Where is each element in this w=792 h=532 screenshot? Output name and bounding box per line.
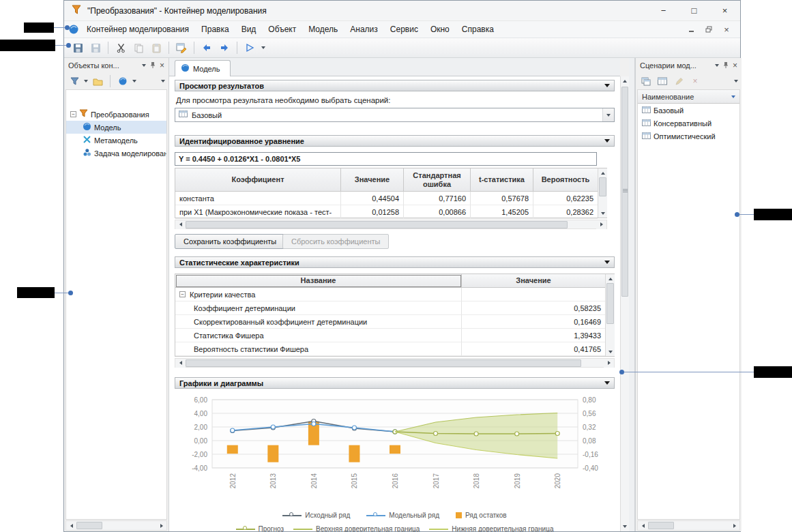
table-row[interactable]: Вероятность статистики Фишера 0,41765 (175, 342, 605, 356)
col-t-stat[interactable]: t-статистика (471, 168, 533, 192)
back-button[interactable] (199, 40, 215, 56)
scroll-thumb[interactable] (186, 221, 568, 228)
stats-table-hscrollbar[interactable] (175, 358, 615, 368)
scroll-up-icon[interactable] (621, 76, 629, 85)
tree-item-modeling-task[interactable]: Задача моделирован (66, 147, 166, 160)
copy-scenario-icon[interactable] (639, 74, 653, 88)
equation-table-hscrollbar[interactable] (175, 220, 607, 229)
col-probability[interactable]: Вероятность (533, 168, 598, 192)
collapse-section-icon[interactable] (604, 261, 610, 264)
pin-icon[interactable] (149, 61, 156, 70)
scroll-thumb[interactable] (599, 177, 606, 196)
filter-dropdown-icon[interactable] (84, 80, 88, 83)
col-coefficient[interactable]: Коэффициент (175, 168, 341, 192)
table-row[interactable]: Коэффициент детерминации 0,58235 (175, 301, 605, 315)
objects-panel-hscrollbar[interactable] (65, 520, 167, 531)
mdi-restore-icon[interactable] (702, 24, 716, 35)
reset-coefficients-button[interactable]: Сбросить коэффициенты (282, 234, 389, 249)
collapse-section-icon[interactable] (604, 84, 610, 87)
scenario-item-base[interactable]: Базовый (638, 104, 739, 117)
scroll-left-icon[interactable] (66, 521, 76, 530)
tree-item-metamodel[interactable]: Метамодель (66, 134, 166, 147)
pin-icon[interactable] (722, 61, 729, 70)
col-std-error[interactable]: Стандартная ошибка (404, 168, 471, 192)
menu-view[interactable]: Вид (235, 25, 263, 34)
scroll-left-icon[interactable] (175, 220, 186, 229)
scenarios-column-header[interactable]: Наименование (638, 90, 739, 104)
content-vscrollbar[interactable] (620, 76, 629, 531)
run-button[interactable] (241, 40, 258, 56)
save-coefficients-button[interactable]: Сохранить коэффициенты (175, 234, 285, 249)
section-results-header[interactable]: Просмотр результатов (175, 80, 615, 91)
menu-model[interactable]: Модель (302, 25, 344, 34)
panel-close-icon[interactable]: × (733, 61, 737, 70)
scenario-table-icon[interactable] (656, 74, 669, 88)
combobox-dropdown-icon[interactable] (602, 108, 614, 121)
scroll-right-icon[interactable] (729, 521, 739, 530)
scroll-thumb[interactable] (76, 522, 102, 529)
run-dropdown-icon[interactable] (259, 40, 267, 56)
section-stats-header[interactable]: Статистические характеристики (175, 256, 615, 268)
tree-root-transformations[interactable]: − Преобразования (66, 108, 166, 121)
menu-service[interactable]: Сервис (384, 25, 424, 34)
menu-window[interactable]: Окно (424, 25, 456, 34)
menu-container[interactable]: Контейнер моделирования (80, 25, 195, 34)
column-filter-icon[interactable] (731, 95, 735, 98)
table-row[interactable]: Скорректированный коэффициент детерминац… (175, 315, 605, 329)
scenario-item-optimistic[interactable]: Оптимистический (638, 130, 739, 143)
tree-item-model[interactable]: Модель (66, 121, 166, 134)
mdi-minimize-icon[interactable] (684, 24, 698, 35)
scroll-left-icon[interactable] (638, 521, 648, 530)
scenario-item-conservative[interactable]: Консервативный (638, 117, 739, 130)
stats-table-vscrollbar[interactable] (605, 274, 615, 356)
scroll-down-icon[interactable] (621, 522, 629, 531)
scenario-combobox[interactable]: Базовый (175, 108, 615, 122)
section-equation-header[interactable]: Идентифицированное уравнение (175, 135, 615, 147)
table-row[interactable]: при X1 (Макроэкономические показа - тест… (175, 205, 598, 219)
menu-help[interactable]: Справка (456, 25, 500, 34)
scroll-up-icon[interactable] (598, 168, 607, 177)
equation-formula[interactable]: Y = 0.4450 + 0.0126*X1 - 0.0801*X5 (175, 152, 597, 166)
toolbar-overflow-icon[interactable] (161, 80, 165, 83)
scroll-right-icon[interactable] (156, 521, 166, 530)
container-sphere-icon[interactable] (116, 74, 130, 88)
collapse-section-icon[interactable] (604, 381, 610, 385)
scenarios-panel-hscrollbar[interactable] (637, 520, 740, 531)
panel-dropdown-icon[interactable] (715, 64, 719, 67)
filter-icon[interactable] (68, 74, 81, 88)
section-charts-header[interactable]: Графики и диаграммы (175, 377, 615, 389)
menu-edit[interactable]: Правка (195, 25, 235, 34)
col-value[interactable]: Значение (462, 274, 605, 288)
scroll-right-icon[interactable] (604, 359, 614, 368)
edit-params-button[interactable] (173, 40, 190, 56)
scroll-thumb[interactable] (606, 283, 614, 324)
collapse-section-icon[interactable] (604, 139, 610, 143)
table-row[interactable]: Статистика Фишера 1,39433 (175, 329, 605, 342)
panel-close-icon[interactable]: × (160, 61, 164, 70)
scroll-thumb[interactable] (186, 359, 581, 367)
folder-icon[interactable] (91, 74, 104, 88)
toolbar-overflow-icon[interactable] (734, 80, 738, 83)
panel-splitter[interactable] (629, 58, 635, 531)
cut-button[interactable] (113, 40, 129, 56)
scroll-thumb[interactable] (621, 87, 628, 297)
menu-analysis[interactable]: Анализ (344, 25, 384, 34)
close-button[interactable]: × (709, 1, 740, 20)
forward-button[interactable] (216, 40, 233, 56)
table-row[interactable]: константа 0,44504 0,77160 0,57678 0,6223… (175, 192, 598, 205)
panel-dropdown-icon[interactable] (142, 64, 146, 67)
scroll-down-icon[interactable] (598, 209, 607, 218)
save-button[interactable] (70, 40, 86, 56)
app-sphere-icon[interactable] (67, 23, 80, 36)
collapse-icon[interactable]: − (70, 111, 76, 117)
tab-model[interactable]: Модель (175, 60, 231, 76)
menu-object[interactable]: Объект (262, 25, 302, 34)
collapse-icon[interactable]: − (179, 291, 186, 297)
scroll-right-icon[interactable] (596, 220, 606, 229)
equation-table-vscrollbar[interactable] (598, 168, 607, 218)
minimize-button[interactable]: − (648, 1, 679, 20)
scroll-up-icon[interactable] (606, 274, 615, 283)
container-dropdown-icon[interactable] (132, 80, 136, 83)
scroll-down-icon[interactable] (606, 347, 615, 356)
col-name[interactable]: Название (175, 274, 462, 288)
